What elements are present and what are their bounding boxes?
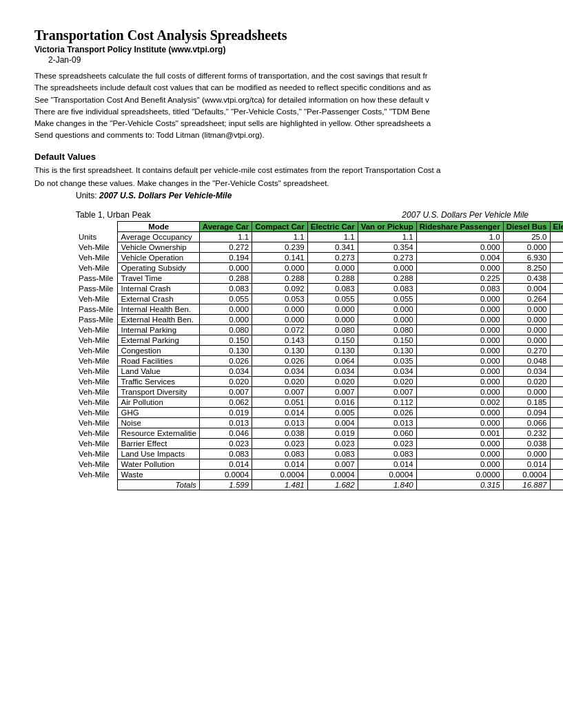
mode-cell: Vehicle Operation bbox=[118, 253, 199, 263]
table-row: Veh-MileTraffic Services0.0200.0200.0200… bbox=[76, 377, 563, 387]
col-header-rideshare: Rideshare Passenger bbox=[416, 222, 503, 232]
value-cell: 0.062 bbox=[199, 397, 252, 408]
units-line: Units: 2007 U.S. Dollars Per Vehicle-Mil… bbox=[76, 191, 529, 200]
value-cell: 0.000 bbox=[416, 418, 503, 428]
value-cell: 0.083 bbox=[199, 284, 252, 294]
value-cell: 0.023 bbox=[307, 439, 358, 449]
value-cell: 0.273 bbox=[358, 253, 416, 263]
value-cell: 0.013 bbox=[358, 418, 416, 428]
value-cell: 0.038 bbox=[503, 439, 550, 449]
units-cell: Veh-Mile bbox=[76, 459, 118, 470]
value-cell: 0.264 bbox=[550, 294, 563, 304]
table-row: Veh-MileInternal Parking0.0800.0720.0800… bbox=[76, 325, 563, 335]
value-cell: 0.0000 bbox=[416, 470, 503, 480]
value-cell: 0.048 bbox=[503, 356, 550, 366]
value-cell: 0.083 bbox=[199, 449, 252, 459]
value-cell: 0.000 bbox=[550, 449, 563, 459]
value-cell: 0.000 bbox=[503, 304, 550, 315]
value-cell: 25.0 bbox=[503, 232, 550, 242]
table-row: Veh-MileBarrier Effect0.0230.0230.0230.0… bbox=[76, 439, 563, 449]
value-cell: 0.023 bbox=[358, 439, 416, 449]
value-cell: 0.354 bbox=[358, 242, 416, 253]
table-row: Pass-MileInternal Crash0.0830.0920.0830.… bbox=[76, 284, 563, 294]
value-cell: 0.000 bbox=[199, 315, 252, 325]
mode-cell: Operating Subsidy bbox=[118, 263, 199, 273]
table-row: Veh-MileWaste0.00040.00040.00040.00040.0… bbox=[76, 470, 563, 480]
units-cell: Veh-Mile bbox=[76, 439, 118, 449]
mode-cell: Land Value bbox=[118, 366, 199, 377]
table-row: Veh-MileVehicle Operation0.1940.1410.273… bbox=[76, 253, 563, 263]
units-cell: Pass-Mile bbox=[76, 284, 118, 294]
value-cell: 0.000 bbox=[416, 366, 503, 377]
mode-cell: Traffic Services bbox=[118, 377, 199, 387]
value-cell: 0.000 bbox=[503, 325, 550, 335]
section-desc1: This is the first spreadsheet. It contai… bbox=[34, 165, 529, 176]
mode-cell: Air Pollution bbox=[118, 397, 199, 408]
mode-cell: Land Use Impacts bbox=[118, 449, 199, 459]
value-cell: 0.000 bbox=[416, 377, 503, 387]
value-cell: 0.077 bbox=[550, 428, 563, 439]
value-cell: 0.150 bbox=[307, 335, 358, 346]
value-cell: 0.000 bbox=[358, 304, 416, 315]
value-cell: 0.000 bbox=[416, 459, 503, 470]
mode-cell: Water Pollution bbox=[118, 459, 199, 470]
value-cell: 0.014 bbox=[252, 459, 308, 470]
value-cell: 11.484 bbox=[550, 263, 563, 273]
value-cell: 1.1 bbox=[252, 232, 308, 242]
value-cell: 0.000 bbox=[550, 315, 563, 325]
value-cell: 0.000 bbox=[416, 346, 503, 356]
value-cell: 0.038 bbox=[550, 439, 563, 449]
units-cell: Veh-Mile bbox=[76, 346, 118, 356]
value-cell: 0.083 bbox=[307, 449, 358, 459]
value-cell: 0.000 bbox=[503, 242, 550, 253]
value-cell: 0.225 bbox=[416, 273, 503, 284]
units-header-cell bbox=[76, 222, 118, 232]
value-cell: 0.438 bbox=[503, 273, 550, 284]
value-cell: 0.000 bbox=[416, 408, 503, 418]
value-cell: 0.000 bbox=[416, 356, 503, 366]
value-cell: 0.0004 bbox=[550, 470, 563, 480]
units-cell: Veh-Mile bbox=[76, 335, 118, 346]
value-cell: 0.0004 bbox=[358, 470, 416, 480]
table-row: Veh-MileResource Externalitie0.0460.0380… bbox=[76, 428, 563, 439]
value-cell: 0.0004 bbox=[503, 470, 550, 480]
col-header-diesel-bus: Diesel Bus bbox=[503, 222, 550, 232]
value-cell: 0.000 bbox=[503, 315, 550, 325]
value-cell: 21.842 bbox=[550, 480, 563, 490]
value-cell: 0.0004 bbox=[307, 470, 358, 480]
table-row: Veh-MileLand Value0.0340.0340.0340.0340.… bbox=[76, 366, 563, 377]
value-cell: 0.185 bbox=[503, 397, 550, 408]
value-cell: 6.930 bbox=[503, 253, 550, 263]
table-row: Pass-MileTravel Time0.2880.2880.2880.288… bbox=[76, 273, 563, 284]
value-cell: 0.000 bbox=[252, 304, 308, 315]
mode-cell: External Parking bbox=[118, 335, 199, 346]
value-cell: 0.000 bbox=[416, 439, 503, 449]
value-cell: 0.004 bbox=[307, 418, 358, 428]
value-cell: 0.112 bbox=[358, 397, 416, 408]
units-cell: Pass-Mile bbox=[76, 315, 118, 325]
value-cell: 0.000 bbox=[307, 304, 358, 315]
table-row: Veh-MileLand Use Impacts0.0830.0830.0830… bbox=[76, 449, 563, 459]
value-cell: 0.000 bbox=[550, 304, 563, 315]
value-cell: 0.080 bbox=[199, 325, 252, 335]
value-cell: 0.083 bbox=[358, 284, 416, 294]
value-cell: 0.288 bbox=[199, 273, 252, 284]
value-cell: 0.000 bbox=[416, 325, 503, 335]
value-cell: 0.000 bbox=[358, 315, 416, 325]
table-row: Veh-MileTransport Diversity0.0070.0070.0… bbox=[76, 387, 563, 397]
value-cell: 0.083 bbox=[307, 284, 358, 294]
value-cell: 1.840 bbox=[358, 480, 416, 490]
table-row: Veh-MileAir Pollution0.0620.0510.0160.11… bbox=[76, 397, 563, 408]
mode-cell: Transport Diversity bbox=[118, 387, 199, 397]
value-cell: 1.481 bbox=[252, 480, 308, 490]
value-cell: 0.026 bbox=[358, 408, 416, 418]
value-cell: 0.000 bbox=[252, 315, 308, 325]
value-cell: 0.055 bbox=[307, 294, 358, 304]
value-cell: 0.066 bbox=[503, 418, 550, 428]
value-cell: 0.000 bbox=[199, 304, 252, 315]
value-cell: 0.092 bbox=[252, 284, 308, 294]
table-row: Pass-MileInternal Health Ben.0.0000.0000… bbox=[76, 304, 563, 315]
value-cell: 0.055 bbox=[358, 294, 416, 304]
mode-cell: Road Facilities bbox=[118, 356, 199, 366]
units-cell: Veh-Mile bbox=[76, 253, 118, 263]
